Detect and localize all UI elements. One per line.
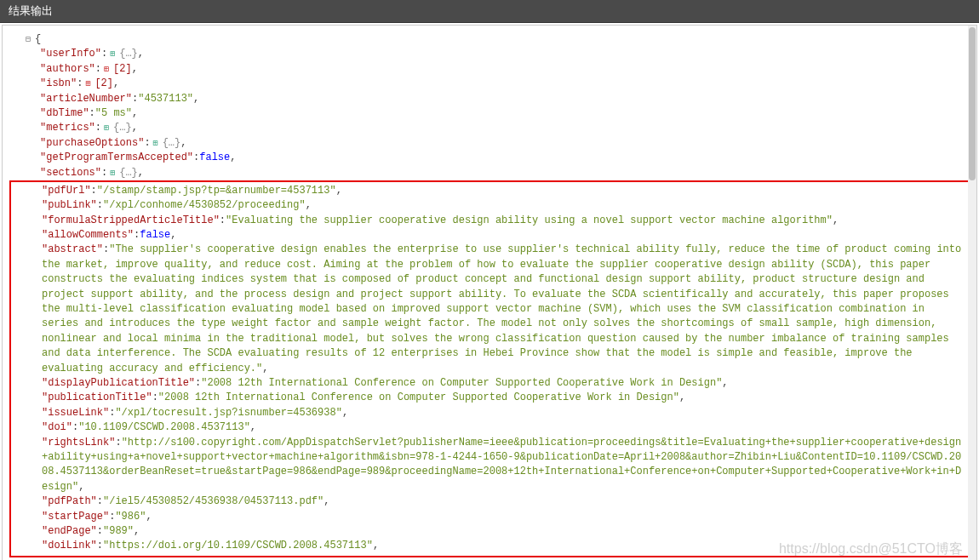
toggle-expand-icon[interactable]: ⊞ — [101, 64, 112, 77]
json-key: "startPage" — [42, 511, 109, 523]
collapsed-array[interactable]: [2] — [94, 77, 113, 89]
json-key: "authors" — [40, 63, 95, 75]
json-key: "userInfo" — [40, 48, 101, 60]
toggle-collapse-icon[interactable]: ⊟ — [23, 34, 33, 47]
json-prop-sections: "sections":⊞{…}, — [9, 166, 976, 180]
json-key: "endPage" — [42, 525, 97, 537]
json-value: "http://s100.copyright.com/AppDispatchSe… — [42, 437, 961, 493]
json-prop-dbTime: "dbTime":"5 ms", — [9, 106, 976, 121]
collapsed-object[interactable]: {…} — [119, 48, 138, 60]
json-prop-pdfUrl: "pdfUrl":"/stamp/stamp.jsp?tp=&arnumber=… — [11, 184, 975, 198]
toggle-expand-icon[interactable]: ⊞ — [107, 49, 117, 61]
json-viewer: ⊟{ "userInfo":⊞{…}, "authors":⊞[2], "isb… — [2, 25, 977, 560]
json-root-open: ⊟{ — [9, 32, 976, 47]
json-prop-rightsLink: "rightsLink":"http://s100.copyright.com/… — [11, 436, 975, 495]
brace-open: { — [35, 33, 41, 45]
json-prop-articleNumber: "articleNumber":"4537113", — [9, 92, 976, 106]
json-value: "/iel5/4530852/4536938/04537113.pdf" — [103, 495, 323, 507]
json-value: "4537113" — [138, 93, 193, 105]
vertical-scrollbar[interactable] — [968, 26, 976, 560]
json-key: "issueLink" — [42, 407, 109, 419]
json-key: "isbn" — [40, 77, 77, 89]
toggle-expand-icon[interactable]: ⊞ — [151, 138, 161, 151]
json-prop-endPage: "endPage":"989", — [11, 524, 975, 539]
json-key: "articleNumber" — [40, 93, 132, 105]
json-prop-displayPublicationTitle: "displayPublicationTitle":"2008 12th Int… — [11, 376, 975, 391]
json-value: "/stamp/stamp.jsp?tp=&arnumber=4537113" — [97, 185, 336, 197]
json-key: "getProgramTermsAccepted" — [40, 151, 193, 163]
json-key: "abstract" — [42, 243, 103, 255]
collapsed-array[interactable]: [2] — [113, 63, 132, 75]
json-prop-issueLink: "issueLink":"/xpl/tocresult.jsp?isnumber… — [11, 406, 975, 420]
collapsed-object[interactable]: {…} — [119, 167, 138, 179]
collapsed-object[interactable]: {…} — [163, 137, 181, 149]
json-prop-startPage: "startPage":"986", — [11, 510, 975, 524]
toggle-expand-icon[interactable]: ⊞ — [101, 123, 112, 135]
json-prop-publicationTitle: "publicationTitle":"2008 12th Internatio… — [11, 391, 975, 405]
json-prop-doi: "doi":"10.1109/CSCWD.2008.4537113", — [11, 420, 975, 435]
json-prop-pubLink: "pubLink":"/xpl/conhome/4530852/proceedi… — [11, 198, 975, 213]
json-key: "formulaStrippedArticleTitle" — [42, 214, 220, 226]
json-value: "5 ms" — [95, 107, 132, 119]
json-key: "dbTime" — [40, 107, 89, 119]
json-value: false — [140, 229, 170, 241]
json-prop-getProgramTermsAccepted: "getProgramTermsAccepted":false, — [9, 151, 976, 165]
json-key: "sections" — [40, 167, 101, 179]
json-value: "2008 12th International Conference on C… — [158, 391, 679, 403]
collapsed-object[interactable]: {…} — [113, 122, 132, 134]
json-prop-userInfo: "userInfo":⊞{…}, — [9, 47, 976, 61]
json-value: "/xpl/conhome/4530852/proceeding" — [103, 199, 306, 211]
json-key: "pdfUrl" — [42, 185, 91, 197]
json-key: "purchaseOptions" — [40, 137, 144, 149]
json-value: false — [199, 151, 230, 163]
json-value: "https://doi.org/10.1109/CSCWD.2008.4537… — [103, 540, 373, 551]
json-value: "2008 12th International Conference on C… — [201, 377, 722, 389]
json-prop-authors: "authors":⊞[2], — [9, 62, 976, 77]
json-prop-pdfPath: "pdfPath":"/iel5/4530852/4536938/0453711… — [11, 494, 975, 509]
json-prop-abstract: "abstract":"The supplier's cooperative d… — [11, 243, 975, 376]
highlight-region: "pdfUrl":"/stamp/stamp.jsp?tp=&arnumber=… — [9, 180, 976, 557]
json-key: "doiLink" — [42, 540, 97, 551]
scrollbar-thumb[interactable] — [969, 27, 976, 180]
json-value: "986" — [115, 511, 146, 523]
json-key: "rightsLink" — [42, 437, 115, 449]
json-key: "pubLink" — [42, 199, 97, 211]
json-key: "metrics" — [40, 122, 95, 134]
json-prop-purchaseOptions: "purchaseOptions":⊞{…}, — [9, 136, 976, 151]
toggle-expand-icon[interactable]: ⊞ — [107, 168, 117, 180]
json-prop-allowComments: "allowComments":false, — [11, 228, 975, 243]
json-value: "989" — [103, 525, 134, 537]
json-key: "allowComments" — [42, 229, 134, 241]
json-key: "displayPublicationTitle" — [42, 377, 195, 389]
json-key: "publicationTitle" — [42, 391, 152, 403]
panel-header: 结果输出 — [0, 0, 979, 23]
json-key: "pdfPath" — [42, 495, 97, 507]
json-prop-formulaStrippedArticleTitle: "formulaStrippedArticleTitle":"Evaluatin… — [11, 214, 975, 228]
json-value: "/xpl/tocresult.jsp?isnumber=4536938" — [115, 407, 341, 419]
toggle-expand-icon[interactable]: ⊞ — [83, 78, 93, 91]
json-prop-isbn: "isbn":⊞[2], — [9, 77, 976, 91]
json-value: "The supplier's cooperative design enabl… — [42, 243, 961, 374]
json-prop-doiLink: "doiLink":"https://doi.org/10.1109/CSCWD… — [11, 539, 975, 553]
json-prop-metrics: "metrics":⊞{…}, — [9, 121, 976, 135]
json-value: "Evaluating the supplier cooperative des… — [226, 214, 833, 226]
json-key: "doi" — [42, 421, 72, 433]
json-value: "10.1109/CSCWD.2008.4537113" — [78, 421, 250, 433]
